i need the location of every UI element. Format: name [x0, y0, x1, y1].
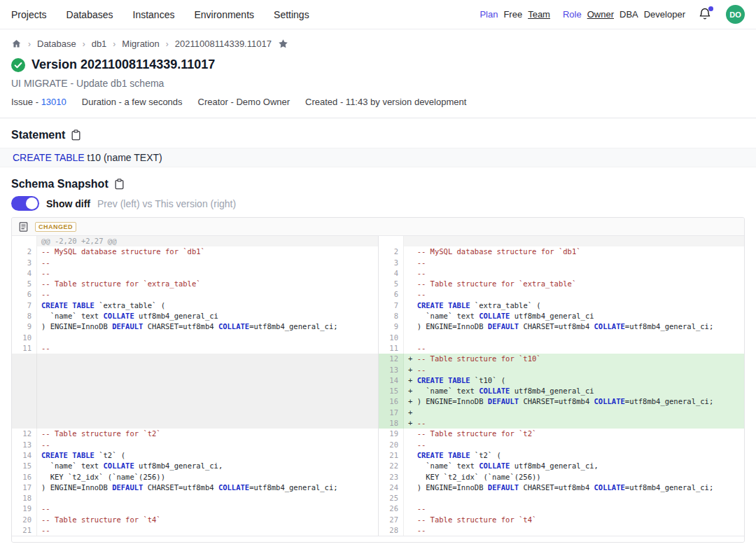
line-number: 10 — [12, 333, 37, 343]
nav-right: Plan Free Team Role OwnerDBADeveloper DO — [479, 5, 745, 24]
line-number — [379, 236, 404, 246]
line-content: -- MySQL database structure for `db1` — [404, 246, 744, 257]
favorite-star-icon[interactable] — [278, 39, 288, 49]
nav-item-projects[interactable]: Projects — [11, 9, 47, 20]
diff-line: 10 — [379, 333, 744, 343]
status-done-icon — [11, 58, 25, 72]
diff-line: 15 `name` text COLLATE utf8mb4_general_c… — [12, 461, 378, 471]
line-number: 10 — [379, 333, 404, 343]
diff-line-placeholder — [12, 418, 378, 429]
line-number: 7 — [12, 300, 37, 311]
line-number: 19 — [12, 503, 37, 514]
issue-link[interactable]: 13010 — [41, 97, 66, 107]
line-number: 4 — [12, 268, 37, 279]
diff-line: 4-- — [12, 268, 378, 279]
plan-upgrade-link[interactable]: Team — [528, 9, 550, 20]
nav-item-environments[interactable]: Environments — [194, 9, 254, 20]
version-header: Version 20211008114339.11017 — [11, 57, 745, 72]
line-content: -- Table structure for `extra_table` — [404, 279, 744, 289]
line-number — [12, 418, 37, 429]
breadcrumb: ›Database›db1›Migration›20211008114339.1… — [11, 39, 745, 49]
plan-group: Plan Free Team — [479, 9, 550, 20]
line-number: 9 — [12, 321, 37, 332]
breadcrumb-separator: › — [83, 39, 85, 49]
line-number: 4 — [379, 268, 404, 279]
diff-line: 4 -- — [379, 268, 744, 279]
line-content: -- MySQL database structure for `db1` — [37, 246, 378, 257]
breadcrumb-item[interactable]: 20211008114339.11017 — [175, 39, 272, 49]
line-number: 7 — [379, 300, 404, 311]
line-content — [37, 375, 378, 386]
line-number: 6 — [12, 289, 37, 300]
diff-line: 11 -- — [379, 343, 744, 354]
line-number: 12 — [12, 429, 37, 439]
breadcrumb-item[interactable]: Migration — [122, 39, 159, 49]
line-content: `name` text COLLATE utf8mb4_general_ci, — [404, 461, 744, 471]
role-group: Role OwnerDBADeveloper — [563, 9, 685, 20]
line-content: ) ENGINE=InnoDB DEFAULT CHARSET=utf8mb4 … — [404, 482, 744, 493]
line-content: ) ENGINE=InnoDB DEFAULT CHARSET=utf8mb4 … — [404, 321, 744, 332]
line-content: -- — [37, 268, 378, 279]
statement-section-header: Statement — [11, 129, 745, 141]
line-number: 13 — [379, 365, 404, 375]
line-content: -- — [404, 289, 744, 300]
line-number: 17 — [379, 408, 404, 418]
nav-item-databases[interactable]: Databases — [66, 9, 113, 20]
notifications-button[interactable] — [698, 7, 713, 22]
diff-line: 8 `name` text COLLATE utf8mb4_general_ci — [379, 311, 744, 321]
line-number — [12, 365, 37, 375]
line-number: 20 — [12, 515, 37, 525]
line-content: -- Table structure for `t4` — [37, 515, 378, 525]
line-number: 3 — [379, 258, 404, 268]
line-content: -- — [404, 343, 744, 354]
line-number — [12, 236, 37, 246]
meta-item: Issue - 13010 — [11, 97, 66, 107]
diff-line: 23 KEY `t2_idx` (`name`(256)) — [379, 472, 744, 482]
line-number: 14 — [379, 375, 404, 386]
line-content: -- Table structure for `t2` — [37, 429, 378, 439]
show-diff-toggle[interactable] — [11, 196, 39, 211]
diff-line-placeholder — [12, 396, 378, 407]
line-content — [404, 493, 744, 503]
copy-snapshot-button[interactable] — [114, 179, 125, 190]
diff-line: 10 — [12, 333, 378, 343]
line-content: -- — [37, 258, 378, 268]
role-option-developer[interactable]: Developer — [644, 9, 685, 20]
line-number: 5 — [379, 279, 404, 289]
line-number — [12, 396, 37, 407]
nav-item-instances[interactable]: Instances — [133, 9, 175, 20]
line-number: 6 — [379, 289, 404, 300]
diff-line: 3 -- — [379, 258, 744, 268]
line-number: 3 — [12, 258, 37, 268]
diff-line: 17) ENGINE=InnoDB DEFAULT CHARSET=utf8mb… — [12, 482, 378, 493]
notification-dot — [708, 6, 713, 11]
breadcrumb-item[interactable]: Database — [37, 39, 76, 49]
avatar[interactable]: DO — [726, 5, 745, 24]
diff-toggle-row: Show diff Prev (left) vs This version (r… — [11, 196, 745, 211]
diff-line: 22 `name` text COLLATE utf8mb4_general_c… — [379, 461, 744, 471]
diff-line: 6 -- — [379, 289, 744, 300]
diff-line: 6-- — [12, 289, 378, 300]
role-option-dba[interactable]: DBA — [620, 9, 638, 20]
diff-line: 24 ) ENGINE=InnoDB DEFAULT CHARSET=utf8m… — [379, 482, 744, 493]
diff-line-placeholder — [12, 375, 378, 386]
diff-line: 16 KEY `t2_idx` (`name`(256)) — [12, 472, 378, 482]
home-icon[interactable] — [11, 39, 22, 49]
diff-direction-hint: Prev (left) vs This version (right) — [97, 198, 236, 209]
diff-body[interactable]: @@ -2,20 +2,27 @@2-- MySQL database stru… — [12, 236, 744, 536]
role-option-owner[interactable]: Owner — [587, 9, 614, 20]
copy-statement-button[interactable] — [71, 130, 81, 141]
diff-line: 28 -- — [379, 525, 744, 536]
nav-item-settings[interactable]: Settings — [274, 9, 309, 20]
line-number: 9 — [379, 321, 404, 332]
line-number: 2 — [379, 246, 404, 257]
line-number: 15 — [379, 386, 404, 396]
diff-hunk-header: @@ -2,20 +2,27 @@ — [12, 236, 378, 246]
statement-title: Statement — [11, 129, 65, 141]
diff-line-placeholder — [12, 354, 378, 364]
line-number: 16 — [379, 396, 404, 407]
diff-line-added: 15+ `name` text COLLATE utf8mb4_general_… — [379, 386, 744, 396]
main-nav: ProjectsDatabasesInstancesEnvironmentsSe… — [11, 9, 309, 20]
breadcrumb-item[interactable]: db1 — [92, 39, 107, 49]
diff-line: 11-- — [12, 343, 378, 354]
